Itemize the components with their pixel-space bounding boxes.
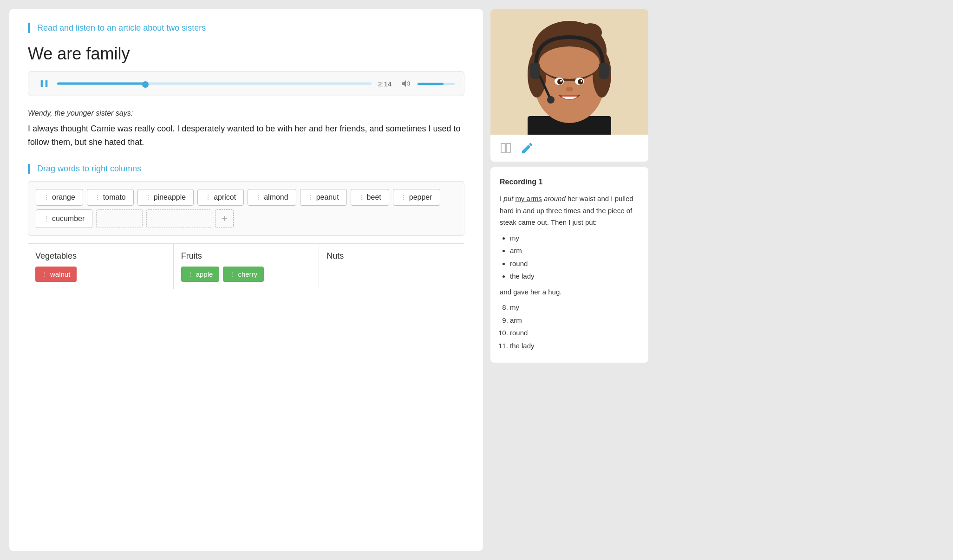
drag-handle: ⋮ (359, 195, 364, 200)
word-chip-label: pepper (409, 193, 432, 202)
word-chip-label: peanut (316, 193, 339, 202)
column-vegetables[interactable]: Vegetables ⋮ walnut (28, 244, 174, 289)
progress-bar[interactable] (57, 79, 372, 88)
word-chip-label: apricot (214, 193, 236, 202)
svg-point-15 (557, 79, 563, 85)
add-word-button[interactable]: + (215, 209, 234, 228)
word-chip-placeholder-1 (96, 209, 143, 228)
col-chip-cherry[interactable]: ⋮ cherry (223, 267, 264, 282)
column-vegetables-items: ⋮ walnut (35, 267, 166, 282)
recording-item-9: arm (510, 314, 639, 326)
word-chip-pepper[interactable]: ⋮ pepper (393, 189, 440, 206)
col-chip-label: apple (196, 270, 213, 278)
recording-around: around (544, 195, 566, 202)
svg-point-18 (581, 80, 582, 82)
article-content: Wendy, the younger sister says: I always… (28, 109, 464, 149)
drag-handle: ⋮ (188, 271, 193, 277)
right-panel: Recording 1 I put my arms around her wai… (490, 9, 648, 551)
speaker-label: Wendy, the younger sister says: (28, 109, 464, 117)
word-chip-label: pineapple (154, 193, 186, 202)
drag-handle: ⋮ (44, 216, 49, 221)
word-chip-beet[interactable]: ⋮ beet (351, 189, 389, 206)
book-icon[interactable] (499, 141, 513, 155)
svg-point-19 (566, 87, 573, 91)
col-chip-label: cherry (238, 270, 257, 278)
drag-section-label-container: Drag words to right columns (28, 164, 464, 174)
svg-marker-2 (402, 80, 406, 87)
recording-numbered-list: my arm round the lady (500, 301, 639, 352)
recording-put: put (503, 195, 513, 202)
recording-card: Recording 1 I put my arms around her wai… (490, 167, 648, 363)
word-chip-orange[interactable]: ⋮ orange (36, 189, 83, 206)
svg-rect-1 (46, 80, 48, 87)
word-chip-label: cucumber (52, 215, 85, 223)
svg-point-12 (539, 46, 600, 79)
word-chip-tomato[interactable]: ⋮ tomato (87, 189, 134, 206)
audio-player: 2:14 (28, 71, 464, 96)
main-panel: Read and listen to an article about two … (9, 9, 483, 551)
column-nuts[interactable]: Nuts (319, 244, 464, 289)
word-bank: ⋮ orange ⋮ tomato ⋮ pineapple ⋮ apricot … (28, 181, 464, 236)
column-fruits-header: Fruits (181, 251, 312, 261)
recording-arms: my arms (515, 195, 542, 202)
svg-rect-21 (599, 63, 609, 79)
col-chip-walnut[interactable]: ⋮ walnut (35, 267, 77, 282)
volume-bar[interactable] (418, 83, 455, 85)
drag-handle: ⋮ (95, 195, 100, 200)
recording-intro: I put my arms around her waist and I pul… (500, 193, 639, 228)
word-chip-cucumber[interactable]: ⋮ cucumber (36, 209, 92, 228)
col-chip-apple[interactable]: ⋮ apple (181, 267, 220, 282)
recording-bullet-list: my arm round the lady (500, 232, 639, 282)
column-fruits[interactable]: Fruits ⋮ apple ⋮ cherry (174, 244, 320, 289)
drag-handle: ⋮ (44, 195, 49, 200)
word-chip-almond[interactable]: ⋮ almond (248, 189, 296, 206)
volume-icon[interactable] (401, 78, 411, 89)
time-display: 2:14 (378, 80, 394, 88)
drag-handle: ⋮ (308, 195, 313, 200)
article-section: Read and listen to an article about two … (28, 23, 464, 33)
teacher-photo (490, 9, 648, 135)
word-chip-apricot[interactable]: ⋮ apricot (197, 189, 244, 206)
article-body: I always thought Carnie was really cool.… (28, 122, 464, 149)
svg-point-16 (578, 79, 583, 85)
drag-handle: ⋮ (145, 195, 151, 200)
recording-item-8: my (510, 301, 639, 313)
recording-item-10: round (510, 327, 639, 339)
word-chip-peanut[interactable]: ⋮ peanut (300, 189, 347, 206)
drop-columns: Vegetables ⋮ walnut Fruits ⋮ apple ⋮ che… (28, 243, 464, 289)
svg-rect-0 (41, 80, 43, 87)
article-title-label: Read and listen to an article about two … (37, 23, 464, 33)
recording-title: Recording 1 (500, 176, 639, 188)
word-chip-label: almond (264, 193, 288, 202)
drag-handle: ⋮ (205, 195, 211, 200)
play-pause-button[interactable] (38, 77, 51, 90)
drag-handle: ⋮ (255, 195, 261, 200)
column-nuts-header: Nuts (326, 251, 457, 261)
edit-icon[interactable] (520, 141, 534, 155)
col-chip-label: walnut (50, 270, 70, 278)
word-chip-label: beet (367, 193, 381, 202)
drag-section-label: Drag words to right columns (37, 164, 464, 174)
word-chip-pineapple[interactable]: ⋮ pineapple (137, 189, 194, 206)
column-vegetables-header: Vegetables (35, 251, 166, 261)
teacher-card (490, 9, 648, 162)
svg-point-23 (547, 96, 555, 104)
drag-handle: ⋮ (229, 271, 235, 277)
word-chip-label: tomato (103, 193, 126, 202)
recording-bullet-arm: arm (510, 245, 639, 257)
recording-bullet-my: my (510, 232, 639, 244)
article-heading: We are family (28, 44, 464, 64)
recording-outro: and gave her a hug. (500, 286, 639, 298)
svg-point-17 (560, 80, 562, 82)
word-chip-label: orange (52, 193, 75, 202)
recording-bullet-thelady: the lady (510, 270, 639, 282)
recording-bullet-round: round (510, 258, 639, 270)
teacher-actions (490, 135, 648, 162)
drag-handle: ⋮ (42, 271, 47, 277)
drag-handle: ⋮ (401, 195, 406, 200)
svg-rect-20 (530, 63, 540, 79)
column-fruits-items: ⋮ apple ⋮ cherry (181, 267, 312, 282)
recording-item-11: the lady (510, 340, 639, 352)
word-chip-placeholder-2 (146, 209, 211, 228)
